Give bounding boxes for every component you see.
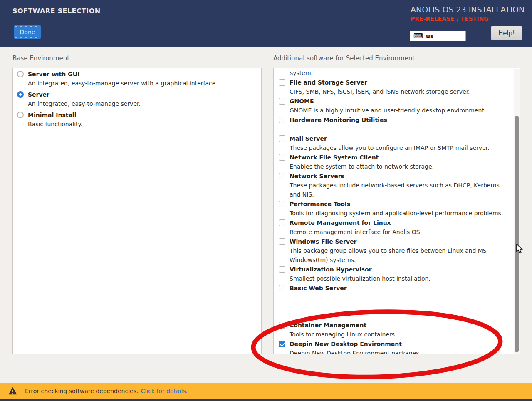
software-item-text: Network ServersThese packages include ne… [290,172,512,199]
software-item-title: Mail Server [290,134,490,143]
radio-button-selected[interactable] [17,91,24,98]
software-item[interactable]: File and Storage ServerCIFS, SMB, NFS, i… [276,78,512,96]
keyboard-layout-indicator[interactable]: ⌨ us [410,31,466,41]
software-item-text: Performance ToolsTools for diagnosing sy… [290,199,503,218]
checkbox-unchecked[interactable] [279,117,285,123]
checkbox-unchecked[interactable] [279,238,285,245]
checkbox-unchecked[interactable] [279,79,285,86]
software-item[interactable]: Mail ServerThese packages allow you to c… [276,134,512,152]
base-env-option[interactable]: Minimal InstallBasic functionality. [13,109,261,130]
software-item-description: This package group allows you to share f… [290,246,512,264]
scrollbar-track[interactable] [514,69,520,354]
radio-button[interactable] [17,71,24,77]
product-info: ANOLIS OS 23 INSTALLATION PRE-RELEASE / … [411,5,523,22]
checkbox-unchecked[interactable] [279,154,285,161]
software-item-text: Remote Management for LinuxRemote manage… [290,218,422,237]
software-item-description: GNOME is a highly intuitive and user-fri… [290,106,486,115]
checkbox-unchecked[interactable] [279,98,285,105]
software-item-text: Network File System ClientEnables the sy… [290,153,434,171]
checkbox-unchecked[interactable] [279,201,285,207]
base-environment-list: Server with GUIAn integrated, easy-to-ma… [13,68,261,130]
warning-bar: Error checking software dependencies. Cl… [0,383,532,399]
software-item-text: Hardware Monitoring Utilities [290,115,387,134]
software-item[interactable]: Virtualization HypervisorSmallest possib… [276,265,512,283]
software-item-text: GNOMEGNOME is a highly intuitive and use… [290,97,486,115]
checkbox-unchecked[interactable] [279,285,285,291]
warning-message: Error checking software dependencies. [25,388,138,394]
base-env-option[interactable]: Server with GUIAn integrated, easy-to-ma… [13,68,261,89]
radio-button[interactable] [17,112,24,118]
checkbox-unchecked[interactable] [279,266,285,273]
done-button[interactable]: Done [14,25,41,39]
software-item-title: Windows File Server [290,237,512,246]
software-item-title: Remote Management for Linux [290,218,422,227]
software-item[interactable]: Container ManagementTools for managing L… [276,321,512,339]
software-item-description [290,125,387,134]
software-item[interactable]: Windows File ServerThis package group al… [276,237,512,264]
list-separator [276,316,512,316]
software-item-title: Network Servers [290,172,512,181]
software-item-text: Windows File ServerThis package group al… [290,237,512,264]
software-item-description: Deepin New Desktop Environment packages. [290,349,421,354]
software-item-text: Basic Web Server [290,284,347,302]
software-item[interactable]: Network ServersThese packages include ne… [276,172,512,199]
base-env-option-description: An integrated, easy-to-manage server. [28,99,141,108]
software-item-title: Basic Web Server [290,284,347,293]
additional-software-panel: system. File and Storage ServerCIFS, SMB… [273,68,520,354]
base-env-option-text: Server with GUIAn integrated, easy-to-ma… [28,70,218,88]
keyboard-icon: ⌨ [413,33,423,40]
page-title: SOFTWARE SELECTION [12,7,100,15]
help-button[interactable]: Help! [491,26,522,40]
scrollbar-thumb[interactable] [515,116,519,352]
base-environment-panel: Server with GUIAn integrated, easy-to-ma… [12,68,262,354]
keyboard-layout-value: us [426,33,433,40]
software-item-title: Hardware Monitoring Utilities [290,115,387,125]
base-env-option-description: Basic functionality. [28,120,82,129]
software-item-description: Enables the system to attach to network … [290,162,434,171]
software-item-description: Remote management interface for Anolis O… [290,227,422,237]
software-item-text: File and Storage ServerCIFS, SMB, NFS, i… [290,78,470,96]
software-item-description: Tools for managing Linux containers [290,330,395,339]
base-env-option-title: Minimal Install [28,110,82,120]
product-title: ANOLIS OS 23 INSTALLATION [411,5,523,14]
software-item-title: File and Storage Server [290,78,470,87]
software-item-description: Tools for diagnosing system and applicat… [290,209,503,218]
checkbox-unchecked[interactable] [279,219,285,226]
installer-header: SOFTWARE SELECTION Done ANOLIS OS 23 INS… [0,0,532,47]
software-item[interactable]: Deepin New Desktop EnvironmentDeepin New… [276,339,512,354]
software-item-title: Virtualization Hypervisor [290,265,431,274]
software-item-text: Mail ServerThese packages allow you to c… [290,134,490,152]
additional-software-list: system. File and Storage ServerCIFS, SMB… [274,68,520,354]
software-item[interactable]: Performance ToolsTools for diagnosing sy… [276,199,512,218]
software-item-title: Network File System Client [290,153,434,162]
checkbox-unchecked[interactable] [279,135,285,142]
software-item-description: Smallest possible virtualization host in… [290,274,431,283]
base-env-option-title: Server with GUI [28,70,218,79]
software-item[interactable]: Basic Web Server [276,284,512,302]
software-item[interactable]: Network File System ClientEnables the sy… [276,153,512,171]
software-item-text: Deepin New Desktop EnvironmentDeepin New… [290,339,421,354]
base-env-option-text: Minimal InstallBasic functionality. [28,110,82,129]
base-env-option[interactable]: ServerAn integrated, easy-to-manage serv… [13,89,261,109]
base-env-option-text: ServerAn integrated, easy-to-manage serv… [28,90,141,108]
base-env-option-description: An integrated, easy-to-manage server wit… [28,79,218,88]
software-item[interactable]: Hardware Monitoring Utilities [276,115,512,134]
software-item[interactable]: Remote Management for LinuxRemote manage… [276,218,512,237]
software-item-title: Performance Tools [290,199,503,209]
software-item[interactable]: GNOMEGNOME is a highly intuitive and use… [276,97,512,115]
software-item-description [290,293,347,302]
checkbox-unchecked[interactable] [279,173,285,179]
warning-icon [9,387,17,395]
warning-details-link[interactable]: Click for details. [141,388,188,394]
software-item-text: Virtualization HypervisorSmallest possib… [290,265,431,283]
software-item-text: Container ManagementTools for managing L… [290,321,395,339]
checkbox-checked[interactable] [279,341,285,347]
additional-software-label: Additional software for Selected Environ… [273,55,415,62]
base-env-option-title: Server [28,90,141,99]
clipped-description-line: system. [276,69,512,77]
software-item-description: These packages allow you to configure an… [290,143,490,152]
checkbox-unchecked[interactable] [279,322,285,329]
base-environment-label: Base Environment [12,55,69,62]
software-item-title: Container Management [290,321,395,330]
software-item-description: CIFS, SMB, NFS, iSCSI, iSER, and iSNS ne… [290,87,470,96]
